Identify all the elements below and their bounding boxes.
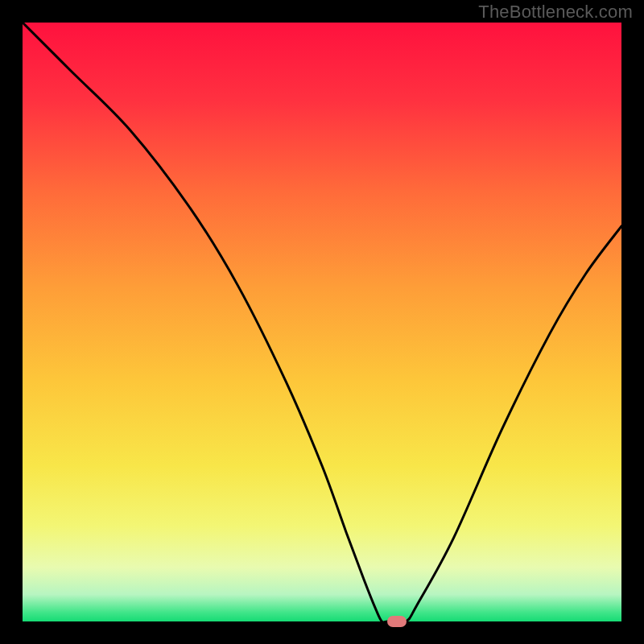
chart-frame: TheBottleneck.com (0, 0, 644, 644)
chart-svg (23, 23, 621, 621)
attribution-text: TheBottleneck.com (478, 2, 633, 23)
plot-area (23, 23, 621, 621)
optimal-point-marker (387, 616, 407, 627)
